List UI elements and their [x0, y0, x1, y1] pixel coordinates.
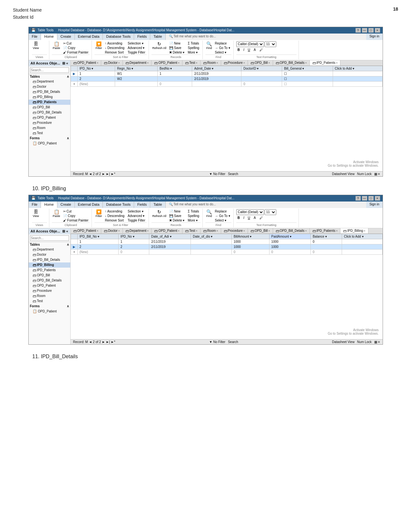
ttab-ipd-patients-2[interactable]: 🗃 IPD_Patients ×: [310, 228, 341, 233]
tab-file-2[interactable]: File: [29, 202, 41, 208]
maximize-button-1[interactable]: □: [368, 28, 374, 33]
ttab-opd-patient2-1[interactable]: 🗃 OPD_Patient ×: [152, 60, 182, 65]
copy-button-2[interactable]: 📄 Copy: [62, 214, 90, 218]
col-click-to-add-1[interactable]: Click to Add ▾: [333, 66, 382, 71]
ttab-room-2[interactable]: 🗃 Room ×: [201, 228, 221, 233]
tables-chevron-1[interactable]: ∧: [67, 75, 69, 78]
refresh-button-2[interactable]: ↻ Refresh All: [152, 209, 168, 218]
ttab-test-2[interactable]: 🗃 Test ×: [182, 228, 201, 233]
nav-item-test-1[interactable]: 🗃Test: [29, 131, 70, 136]
selection-button-2[interactable]: Selection ▾: [126, 209, 146, 213]
forms-chevron-2[interactable]: ∧: [67, 304, 69, 308]
no-filter-1[interactable]: ▼ No Filter: [209, 172, 225, 176]
ascending-button-1[interactable]: ↑ Ascending: [103, 41, 126, 45]
nav-item-ipd-billing-2[interactable]: 🗃IPD_Billing: [29, 262, 70, 268]
descending-button-1[interactable]: ↓ Descending: [103, 46, 126, 50]
size-select-2[interactable]: 11: [265, 209, 276, 215]
close-button-1[interactable]: ×: [375, 28, 380, 33]
ttab-test-1[interactable]: 🗃 Test ×: [182, 60, 201, 65]
help-button-1[interactable]: ?: [356, 28, 361, 33]
tables-chevron-2[interactable]: ∧: [67, 243, 69, 246]
view-button-2[interactable]: 🗄 View: [32, 209, 40, 218]
tab-create-2[interactable]: Create: [57, 202, 75, 208]
tab-home-1[interactable]: Home: [41, 34, 57, 40]
new-button-2[interactable]: 📄 New: [168, 209, 186, 213]
nav-item-ipd-bill-details-1[interactable]: 🗃IPD_Bill_Details: [29, 89, 70, 94]
col-admit-date-1[interactable]: Admit_Date ▾: [192, 66, 241, 71]
selection-button-1[interactable]: Selection ▾: [126, 41, 146, 45]
save-rec-button-2[interactable]: 💾 Save: [168, 214, 186, 218]
save-rec-button-1[interactable]: 💾 Save: [168, 46, 186, 50]
table-row[interactable]: ▶ 2 2 2/11/2019 1000 1000: [71, 244, 382, 249]
highlight-button-1[interactable]: 🖊: [258, 48, 264, 52]
table-row[interactable]: 2 W2 2/11/2019 ☐: [71, 76, 382, 81]
tab-table-2[interactable]: Table: [150, 202, 165, 208]
ttab-procedure-1[interactable]: 🗃 Procedure ×: [221, 60, 248, 65]
ttab-opd-bill-1[interactable]: 🗃 OPD_Bill ×: [248, 60, 273, 65]
nav-item-opd-bill-details-2[interactable]: 🗃OPD_Bill_Details: [29, 278, 70, 283]
find-button-1[interactable]: 🔍 Find: [205, 41, 213, 50]
nav-chevron-1[interactable]: ⊞ «: [62, 61, 68, 65]
col-regn-no-1[interactable]: Regn_No ▾: [115, 66, 158, 71]
filter-button-1[interactable]: 🔽 Filter: [94, 41, 103, 50]
titlebar-controls-1[interactable]: ? — □ ×: [356, 28, 380, 33]
paste-button-1[interactable]: 📋 Paste: [52, 41, 61, 50]
more-button-2[interactable]: More ▾: [187, 218, 201, 222]
help-button-2[interactable]: ?: [356, 196, 361, 201]
ttab-department-2[interactable]: 🗃 Department ×: [123, 228, 152, 233]
new-button-1[interactable]: 📄 New: [168, 41, 186, 45]
nav-item-opd-bill-2[interactable]: 🗃OPD_Bill: [29, 273, 70, 278]
no-filter-2[interactable]: ▼ No Filter: [209, 340, 225, 344]
nav-item-ipd-patients-2[interactable]: 🗃IPD_Patients: [29, 268, 70, 273]
goto-button-1[interactable]: → Go To ▾: [214, 46, 231, 50]
ttab-opd-patient-1[interactable]: 🗃 OPD_Patient ×: [71, 60, 102, 65]
italic-button-1[interactable]: I: [242, 48, 246, 52]
tab-file-1[interactable]: File: [29, 34, 41, 40]
tab-database-tools-2[interactable]: Database Tools: [103, 202, 134, 208]
ttab-opd-patient2-2[interactable]: 🗃 OPD_Patient ×: [152, 228, 182, 233]
remove-sort-button-2[interactable]: Remove Sort: [103, 218, 126, 222]
nav-search-2[interactable]: [29, 234, 70, 242]
view-button-1[interactable]: 🗄 View: [32, 41, 40, 50]
filter-button-2[interactable]: 🔽 Filter: [94, 209, 103, 218]
tab-database-tools-1[interactable]: Database Tools: [103, 34, 134, 40]
tab-table-1[interactable]: Table: [150, 34, 165, 40]
col-date-adi[interactable]: Date_of_Adi ▾: [149, 234, 191, 239]
highlight-button-2[interactable]: 🖊: [258, 216, 264, 220]
nav-item-opd-bill-1[interactable]: 🗃OPD_Bill: [29, 105, 70, 110]
toggle-filter-button-1[interactable]: Toggle Filter: [126, 50, 146, 54]
nav-item-opd-patient-2[interactable]: 🗃OPD_Patient: [29, 283, 70, 288]
forms-chevron-1[interactable]: ∧: [67, 136, 69, 140]
nav-item-ipd-billing-1[interactable]: 🗃IPD_Billing: [29, 94, 70, 100]
cut-button-2[interactable]: ✂ Cut: [62, 209, 90, 213]
format-painter-button-2[interactable]: 🖌 Format Painter: [62, 218, 90, 222]
nav-item-ipd-patients-1[interactable]: 🗃IPD_Patients: [29, 100, 70, 105]
size-select-1[interactable]: 11: [265, 41, 276, 47]
tab-home-2[interactable]: Home: [41, 202, 57, 208]
font-color-button-2[interactable]: A: [252, 216, 257, 220]
nav-item-procedure-2[interactable]: 🗃Procedure: [29, 288, 70, 293]
col-click-to-add-2[interactable]: Click to Add ▾: [342, 234, 382, 239]
ttab-department-1[interactable]: 🗃 Department ×: [123, 60, 152, 65]
find-button-2[interactable]: 🔍 Find: [205, 209, 213, 218]
table-row[interactable]: 1 1 2/11/2019 1000 1000 0: [71, 239, 382, 244]
ttab-doctor-2[interactable]: 🗃 Doctor ×: [101, 228, 123, 233]
select-button-1[interactable]: Select ▾: [214, 50, 231, 54]
nav-item-doctor-1[interactable]: 🗃Doctor: [29, 84, 70, 89]
titlebar-controls-2[interactable]: ? — □ ×: [356, 196, 380, 201]
cut-button-1[interactable]: ✂ Cut: [62, 41, 90, 45]
goto-button-2[interactable]: → Go To ▾: [214, 214, 231, 218]
table-row-new[interactable]: ✦ (New) 0 0 ☐: [71, 81, 382, 86]
ttab-opd-bill-details-2[interactable]: 🗃 OPD_Bill_Details ×: [273, 228, 310, 233]
delete-button-2[interactable]: ✖ Delete ▾: [168, 218, 186, 222]
paste-button-2[interactable]: 📋 Paste: [52, 209, 61, 218]
ttab-opd-bill-details-1[interactable]: 🗃 OPD_Bill_Details ×: [273, 60, 310, 65]
nav-search-input-1[interactable]: [30, 67, 69, 73]
ttab-doctor-1[interactable]: 🗃 Doctor ×: [101, 60, 123, 65]
select-button-2[interactable]: Select ▾: [214, 218, 231, 222]
col-ipd-no-1[interactable]: IPD_No ▾: [77, 66, 115, 71]
ttab-room-1[interactable]: 🗃 Room ×: [201, 60, 221, 65]
spelling-button-1[interactable]: Spelling: [187, 46, 201, 50]
more-button-1[interactable]: More ▾: [187, 50, 201, 54]
col-date-dis[interactable]: Date_of_dis ▾: [191, 234, 231, 239]
